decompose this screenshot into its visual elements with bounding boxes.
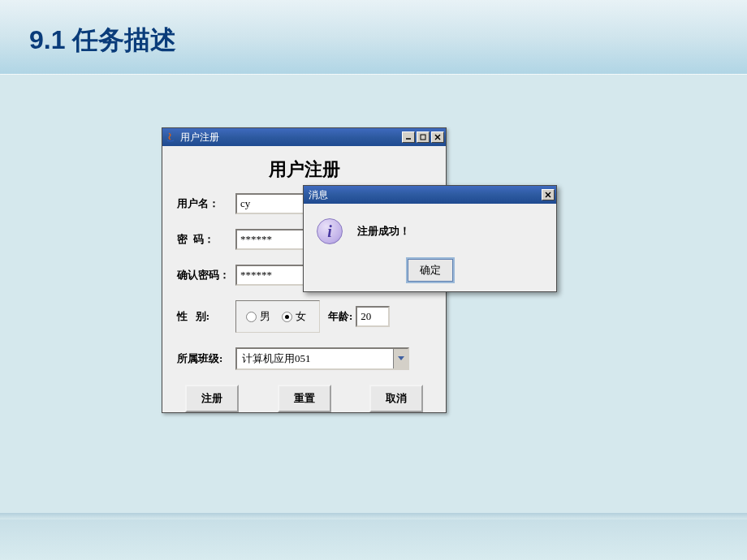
dialog-titlebar[interactable]: 消息 xyxy=(304,186,556,204)
class-select[interactable]: 计算机应用051 xyxy=(235,347,409,370)
radio-female-label: 女 xyxy=(296,309,306,324)
age-input[interactable] xyxy=(356,306,390,327)
radio-female-dot xyxy=(282,312,292,322)
svg-marker-4 xyxy=(398,356,404,360)
minimize-button[interactable] xyxy=(402,131,415,143)
dialog-message: 注册成功！ xyxy=(357,224,410,239)
dialog-content: i 注册成功！ xyxy=(317,218,543,244)
gender-age-row: 性 别: 男 女 年龄: xyxy=(177,300,431,333)
maximize-button[interactable] xyxy=(417,131,430,143)
age-label: 年龄: xyxy=(328,309,352,324)
password-label: 密 码： xyxy=(177,232,235,247)
dialog-body: i 注册成功！ 确定 xyxy=(304,204,556,291)
class-select-text: 计算机应用051 xyxy=(237,349,393,368)
slide-footer xyxy=(0,519,747,560)
gender-label: 性 别: xyxy=(177,309,235,324)
gender-box: 男 女 xyxy=(235,300,320,333)
username-label: 用户名： xyxy=(177,196,235,211)
window-titlebar[interactable]: 用户注册 xyxy=(162,128,446,146)
register-button[interactable]: 注册 xyxy=(185,385,239,412)
radio-female[interactable]: 女 xyxy=(282,309,306,324)
dialog-close-button[interactable] xyxy=(542,189,555,200)
info-icon: i xyxy=(317,218,343,244)
dialog-controls xyxy=(542,189,555,200)
dialog-button-row: 确定 xyxy=(317,259,543,282)
java-icon xyxy=(164,131,177,144)
cancel-button[interactable]: 取消 xyxy=(369,385,423,412)
window-controls xyxy=(402,131,444,143)
ok-button[interactable]: 确定 xyxy=(408,259,453,282)
window-title: 用户注册 xyxy=(180,131,402,144)
radio-male-label: 男 xyxy=(260,309,270,324)
reset-button[interactable]: 重置 xyxy=(278,385,331,412)
button-row: 注册 重置 取消 xyxy=(177,385,431,412)
radio-male[interactable]: 男 xyxy=(246,309,270,324)
svg-rect-1 xyxy=(421,135,425,140)
confirm-label: 确认密码： xyxy=(177,268,235,282)
class-row: 所属班级: 计算机应用051 xyxy=(177,347,431,370)
message-dialog: 消息 i 注册成功！ 确定 xyxy=(303,185,557,292)
close-button[interactable] xyxy=(431,131,444,143)
radio-male-dot xyxy=(246,312,257,322)
form-heading: 用户注册 xyxy=(177,157,431,182)
chevron-down-icon xyxy=(393,349,408,368)
slide-title: 9.1 任务描述 xyxy=(29,23,176,58)
dialog-title: 消息 xyxy=(305,188,542,202)
class-label: 所属班级: xyxy=(177,351,235,366)
